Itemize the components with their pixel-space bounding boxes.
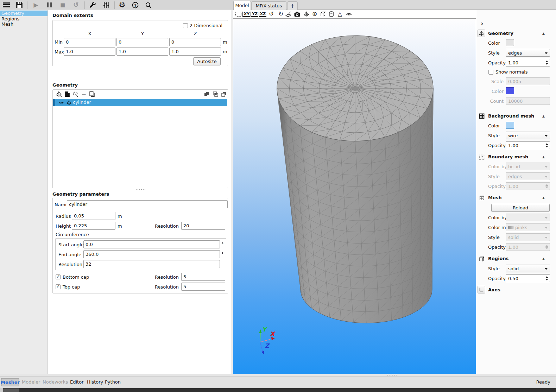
toggle-cylinder-button[interactable] (328, 11, 335, 18)
xmax-input[interactable] (64, 48, 115, 56)
reset-button[interactable]: ↺ (72, 0, 80, 9)
yz-view-button[interactable]: YZ (251, 11, 258, 18)
run-button[interactable]: ▶ (32, 1, 40, 9)
rotate-left-button[interactable]: ↺ (268, 10, 275, 18)
regions-opacity-spinbox[interactable]: 0.50 (506, 274, 550, 282)
circ-resolution-input[interactable] (83, 260, 220, 268)
collapse-boundary-arrow[interactable]: ▲ (542, 155, 545, 159)
geometry-style-select[interactable]: edges (506, 49, 550, 57)
copy-geometry-button[interactable] (88, 90, 96, 98)
save-button[interactable] (15, 1, 24, 9)
mode-modeler-button[interactable]: Modeler (22, 379, 40, 385)
height-input[interactable] (72, 222, 115, 230)
reload-mesh-button[interactable]: Reload (491, 204, 550, 212)
height-resolution-input[interactable] (181, 222, 225, 230)
geometry-visibility-toggle[interactable] (478, 30, 485, 37)
bottom-scrollbar-handle[interactable] (3, 388, 19, 392)
parameters-button[interactable] (102, 1, 110, 9)
collapse-regions-arrow[interactable]: ▲ (542, 257, 545, 260)
tab-model[interactable]: Model (233, 1, 251, 10)
background-color-swatch[interactable] (506, 122, 514, 129)
zmin-input[interactable] (169, 38, 221, 46)
rotate-right-button[interactable]: ↻ (277, 10, 284, 18)
remove-geometry-button[interactable]: − (80, 90, 87, 98)
add-geometry-button[interactable] (55, 90, 63, 98)
spin-up-icon[interactable] (545, 61, 548, 62)
xy-view-button[interactable]: XY (243, 11, 250, 18)
geometry-color-swatch[interactable] (506, 39, 514, 46)
visibility-eye-icon[interactable] (58, 100, 64, 106)
sidebar-item-geometry[interactable]: Geometry (0, 11, 48, 16)
sidebar-item-mesh[interactable]: Mesh (0, 21, 48, 27)
bottom-cap-resolution-input[interactable] (181, 273, 225, 281)
ymin-input[interactable] (116, 38, 168, 46)
pane-splitter-handle[interactable] (136, 189, 146, 190)
background-opacity-spinbox[interactable]: 1.00 (506, 141, 550, 149)
start-angle-input[interactable] (83, 240, 220, 248)
viewport-3d[interactable]: Y X Z (233, 18, 476, 374)
toggle-visible-button[interactable] (345, 11, 352, 18)
top-cap-resolution-input[interactable] (181, 283, 225, 291)
reset-view-button[interactable] (235, 11, 242, 17)
spin-up-icon[interactable] (545, 276, 548, 278)
toggle-cube-button[interactable] (320, 11, 327, 18)
boolean-intersect-button[interactable] (212, 90, 219, 97)
stop-button[interactable]: ■ (58, 1, 67, 9)
collapse-background-arrow[interactable]: ▲ (542, 114, 545, 118)
screenshot-button[interactable] (293, 11, 301, 18)
background-mesh-toggle[interactable] (479, 113, 485, 119)
menu-button[interactable] (2, 1, 11, 9)
xz-view-button[interactable]: XZ (259, 11, 266, 18)
build-button[interactable] (88, 1, 97, 9)
two-dimensional-checkbox[interactable] (183, 23, 188, 28)
toggle-geometry-button[interactable] (303, 11, 310, 18)
toggle-cone-button[interactable]: △ (336, 10, 343, 18)
sidebar-item-regions[interactable]: Regions (0, 16, 48, 22)
spin-down-icon[interactable] (545, 63, 548, 65)
boolean-union-button[interactable] (203, 90, 210, 97)
bottom-cap-checkbox[interactable] (56, 274, 61, 279)
end-angle-input[interactable] (83, 250, 220, 258)
mode-nodeworks-button[interactable]: Nodeworks (43, 379, 68, 385)
console-splitter-handle[interactable] (387, 375, 398, 375)
collapse-geometry-arrow[interactable]: ▲ (542, 32, 545, 35)
mode-history-button[interactable]: History (87, 379, 103, 385)
settings-button[interactable]: ⚙ (118, 0, 127, 10)
ymax-input[interactable] (116, 48, 168, 56)
tab-mfix-status[interactable]: MFiX status (251, 1, 286, 10)
mesh-toggle[interactable] (479, 195, 485, 201)
toggle-sphere-button[interactable]: ⊕ (311, 10, 318, 18)
zmax-input[interactable] (169, 48, 221, 56)
tab-add[interactable]: + (287, 1, 298, 10)
show-normals-checkbox[interactable] (488, 70, 493, 75)
regions-toggle[interactable] (479, 256, 485, 262)
axes-visibility-toggle[interactable] (478, 286, 485, 293)
geometry-list-row-cylinder[interactable]: cylinder (53, 99, 227, 106)
name-input[interactable] (67, 200, 228, 208)
background-style-select[interactable]: wire (506, 132, 550, 139)
top-cap-checkbox[interactable] (56, 284, 61, 289)
geometry-opacity-spinbox[interactable]: 1.00 (506, 59, 550, 67)
spin-up-icon[interactable] (545, 143, 548, 145)
regions-style-select[interactable]: solid (506, 265, 550, 272)
spin-down-icon[interactable] (545, 146, 548, 147)
search-button[interactable] (144, 1, 152, 9)
autosize-button[interactable]: Autosize (193, 57, 221, 65)
add-stl-file-button[interactable] (63, 90, 71, 98)
xmin-input[interactable] (64, 38, 115, 46)
perspective-button[interactable] (285, 11, 292, 18)
console-splitter[interactable] (0, 374, 556, 377)
pause-button[interactable] (45, 1, 53, 9)
collapse-panel-button[interactable]: › (479, 20, 486, 27)
boundary-mesh-toggle[interactable] (479, 154, 485, 160)
mode-python-button[interactable]: Python (105, 379, 121, 385)
collapse-mesh-arrow[interactable]: ▲ (542, 196, 545, 200)
mode-editor-button[interactable]: Editor (70, 379, 83, 385)
boolean-difference-button[interactable] (220, 90, 227, 97)
spin-down-icon[interactable] (545, 279, 548, 280)
dropdown-arrow-icon (545, 237, 548, 239)
mode-mesher-button[interactable]: Mesher (1, 378, 19, 386)
add-procedural-button[interactable] (71, 90, 79, 98)
radius-input[interactable] (72, 212, 115, 220)
help-button[interactable]: ? (131, 1, 139, 9)
